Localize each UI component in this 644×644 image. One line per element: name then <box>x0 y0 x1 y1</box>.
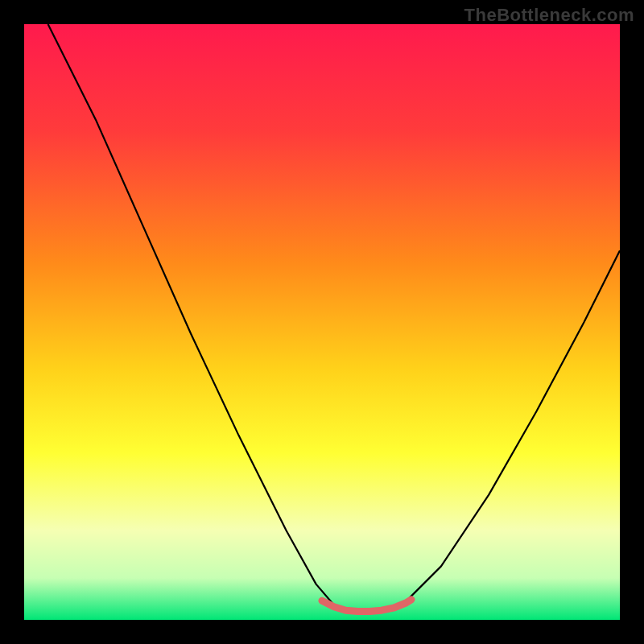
plot-background <box>24 24 620 620</box>
chart-stage: TheBottleneck.com <box>0 0 644 644</box>
bottleneck-chart <box>0 0 644 644</box>
watermark-text: TheBottleneck.com <box>464 5 634 26</box>
